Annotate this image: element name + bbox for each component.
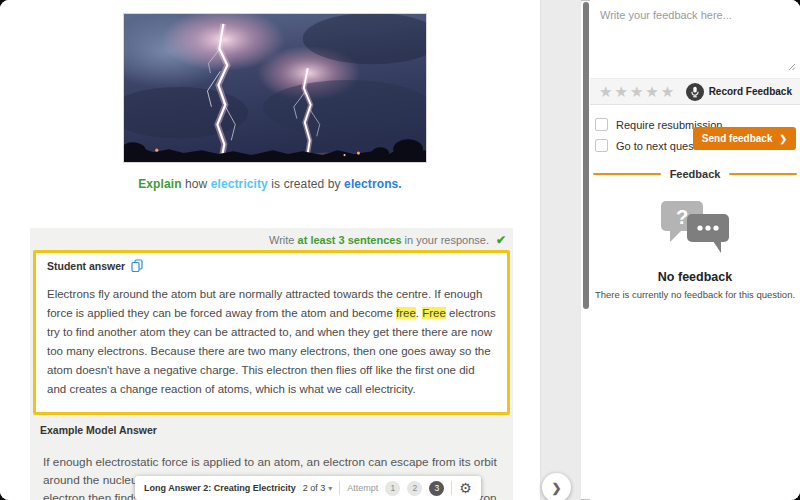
model-answer-heading: Example Model Answer (40, 424, 513, 436)
chevron-right-icon: ❯ (779, 134, 787, 144)
divider-line (729, 173, 797, 175)
feedback-composer: ★ ★ ★ ★ ★ Record Feedbac (590, 0, 800, 105)
record-feedback-label: Record Feedback (709, 86, 792, 97)
pane-gutter (540, 0, 581, 500)
attempt-1-button[interactable]: 1 (385, 481, 400, 496)
attempt-3-button[interactable]: 3 (429, 481, 444, 496)
app-window: Explain how electricity is created by el… (0, 0, 800, 500)
go-to-next-question-checkbox[interactable] (595, 139, 608, 152)
question-keyword-electrons: electrons. (344, 177, 402, 191)
chat-bubbles-icon: ? (657, 197, 733, 255)
question-plain-2: is created by (268, 177, 344, 191)
feedback-divider: Feedback (593, 168, 797, 180)
question-text: Explain how electricity is created by el… (0, 177, 540, 191)
attempt-label: Attempt (347, 483, 378, 493)
caret-down-icon: ▾ (328, 484, 332, 493)
no-feedback-message: There is currently no feedback for this … (590, 289, 800, 300)
toolbar-divider (339, 481, 340, 495)
attempt-2-button[interactable]: 2 (407, 481, 422, 496)
svg-text:?: ? (676, 206, 688, 228)
divider-line (593, 173, 661, 175)
microphone-icon (686, 83, 704, 101)
next-question-button[interactable]: ❯ (542, 473, 571, 500)
star-icon[interactable]: ★ (614, 84, 627, 99)
lightning-photo (123, 13, 427, 163)
star-icon[interactable]: ★ (645, 84, 658, 99)
star-rating: ★ ★ ★ ★ ★ (599, 84, 674, 99)
chevron-right-icon: ❯ (551, 481, 561, 495)
gear-icon[interactable]: ⚙ (459, 481, 472, 495)
highlighted-word: free (396, 307, 416, 319)
check-icon: ✔ (496, 233, 506, 247)
record-feedback-button[interactable]: Record Feedback (686, 83, 792, 101)
requirement-text: Write at least 3 sentences in your respo… (30, 228, 513, 247)
send-feedback-button[interactable]: Send feedback ❯ (693, 127, 796, 150)
panel-scrollbar[interactable] (583, 2, 589, 309)
feedback-divider-label: Feedback (670, 168, 721, 180)
student-answer-box: Student answer Electrons fly around the … (33, 250, 510, 415)
question-keyword-explain: Explain (138, 177, 181, 191)
highlighted-word: Free (422, 307, 446, 319)
no-feedback-title: No feedback (590, 270, 800, 284)
question-selector-dropdown[interactable]: 2 of 3▾ (303, 483, 333, 493)
feedback-panel: ★ ★ ★ ★ ★ Record Feedbac (590, 0, 800, 500)
question-toolbar: Long Answer 2: Creating Electricity 2 of… (135, 476, 481, 500)
question-pane: Explain how electricity is created by el… (0, 0, 540, 500)
student-answer-text: Electrons fly around the atom but are no… (47, 285, 496, 399)
lightning-photo-graphic (124, 14, 426, 162)
copy-icon[interactable] (131, 259, 143, 272)
toolbar-divider (451, 481, 452, 495)
star-icon[interactable]: ★ (630, 84, 643, 99)
no-feedback-empty-state: ? No feedback There is currently no feed… (590, 180, 800, 300)
question-title: Long Answer 2: Creating Electricity (144, 483, 296, 493)
feedback-input[interactable] (590, 0, 800, 74)
rating-bar: ★ ★ ★ ★ ★ Record Feedbac (590, 78, 800, 105)
student-answer-label: Student answer (47, 260, 125, 272)
require-resubmission-checkbox[interactable] (595, 118, 608, 131)
star-icon[interactable]: ★ (661, 84, 674, 99)
resize-handle-icon[interactable] (787, 62, 796, 71)
question-plain-1: how (182, 177, 211, 191)
answer-section: Write at least 3 sentences in your respo… (30, 228, 513, 500)
question-keyword-electricity: electricity (211, 177, 268, 191)
star-icon[interactable]: ★ (599, 84, 612, 99)
